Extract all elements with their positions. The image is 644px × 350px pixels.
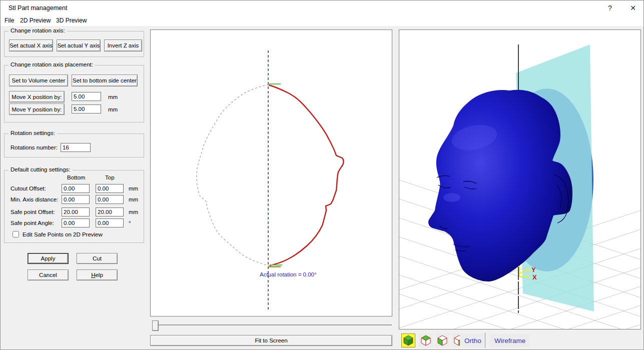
- cutout-offset-bottom-input[interactable]: [62, 184, 90, 193]
- fit-to-screen-button[interactable]: Fit to Screen: [150, 335, 392, 346]
- set-to-bottom-side-center-button[interactable]: Set to bottom side center: [72, 74, 138, 86]
- column-header-top: Top: [105, 174, 115, 180]
- menu-file[interactable]: File: [2, 16, 17, 26]
- menu-3d-preview[interactable]: 3D Preview: [53, 16, 90, 26]
- group-rotation-axis-title: Change rotation axis:: [9, 28, 67, 34]
- help-button[interactable]: Help: [77, 270, 118, 280]
- safe-point-offset-bottom-input[interactable]: [62, 208, 90, 216]
- column-header-bottom: Bottom: [67, 174, 85, 180]
- safe-point-angle-unit: °: [129, 220, 131, 226]
- menu-2d-preview[interactable]: 2D Preview: [17, 16, 54, 26]
- group-axis-placement-title: Change rotation axis placement:: [9, 62, 95, 68]
- set-actual-y-axis-button[interactable]: Set actual Y axis: [57, 40, 101, 52]
- cut-button[interactable]: Cut: [77, 253, 118, 264]
- view-toolbar: Ortho Wireframe: [399, 330, 641, 350]
- safe-point-offset-unit: mm: [129, 209, 138, 215]
- move-y-value-input[interactable]: [72, 104, 101, 114]
- actual-rotation-text: Actual rotation = 0.00°: [260, 272, 317, 278]
- profile-back-curve: [197, 84, 269, 266]
- group-rotation-settings-title: Rotation settings:: [9, 130, 57, 136]
- move-y-unit-label: mm: [108, 106, 118, 112]
- edit-safe-points-checkbox[interactable]: [13, 231, 19, 238]
- cutout-offset-unit: mm: [129, 186, 138, 192]
- set-to-volume-center-button[interactable]: Set to Volume center: [9, 74, 68, 86]
- set-actual-x-axis-button[interactable]: Set actual X axis: [9, 40, 53, 52]
- group-rotation-settings: Rotation settings: Rotations number:: [4, 134, 144, 158]
- move-x-position-button[interactable]: Move X position by:: [9, 91, 65, 102]
- preview-3d-canvas[interactable]: Z Y X: [399, 30, 641, 330]
- move-x-unit-label: mm: [108, 94, 118, 100]
- help-label-initial: H: [91, 272, 95, 278]
- move-x-value-input[interactable]: [72, 92, 101, 101]
- window-title: Stl Part management: [9, 4, 67, 12]
- move-y-position-button[interactable]: Move Y position by:: [9, 104, 65, 115]
- profile-front-curve: [269, 85, 343, 266]
- scene-3d-drawing: Z Y X: [399, 30, 640, 329]
- safe-point-offset-top-input[interactable]: [96, 208, 124, 216]
- left-view-button[interactable]: [435, 334, 449, 348]
- cheek-highlight: [443, 193, 460, 202]
- group-cutting-settings-title: Default cutting settings:: [9, 166, 73, 172]
- safe-point-offset-label: Safe point Offset:: [11, 209, 55, 215]
- apply-button[interactable]: Apply: [28, 253, 69, 264]
- ortho-button[interactable]: Ortho: [460, 334, 486, 347]
- rotations-number-label: Rotations number:: [11, 144, 58, 150]
- iso-view-button[interactable]: [401, 334, 415, 348]
- rotation-slider-track[interactable]: [153, 324, 392, 326]
- preview-2d-canvas[interactable]: Actual rotation = 0.00°: [150, 30, 392, 316]
- group-rotation-axis: Change rotation axis: Set actual X axis …: [4, 31, 144, 57]
- group-axis-placement: Change rotation axis placement: Set to V…: [4, 65, 144, 122]
- rotations-number-input[interactable]: [61, 143, 91, 152]
- toolbar-separator: [485, 332, 485, 348]
- left-view-icon: [437, 335, 447, 346]
- cancel-button[interactable]: Cancel: [28, 270, 69, 280]
- y-axis-label: Y: [531, 266, 536, 274]
- help-caption-button[interactable]: ?: [600, 0, 620, 15]
- close-button[interactable]: ✕: [623, 0, 643, 15]
- safe-point-angle-top-input[interactable]: [96, 218, 124, 228]
- iso-view-icon: [403, 335, 413, 346]
- top-view-button[interactable]: [419, 334, 433, 348]
- group-cutting-settings: Default cutting settings: Bottom Top Cut…: [4, 170, 144, 243]
- top-view-icon: [421, 335, 431, 346]
- help-label-rest: elp: [95, 272, 103, 278]
- min-axis-distance-bottom-input[interactable]: [62, 195, 90, 204]
- min-axis-distance-top-input[interactable]: [96, 195, 124, 204]
- rotation-slider-handle[interactable]: [152, 320, 159, 331]
- title-bar: Stl Part management ? ✕: [1, 0, 643, 15]
- cutout-offset-label: Cutout Offset:: [11, 186, 46, 192]
- cutout-offset-top-input[interactable]: [96, 184, 124, 193]
- wireframe-button[interactable]: Wireframe: [490, 334, 530, 347]
- menu-bar: File 2D Preview 3D Preview: [1, 15, 643, 26]
- invert-z-axis-button[interactable]: Invert Z axis: [104, 40, 142, 52]
- min-axis-distance-unit: mm: [129, 196, 138, 202]
- safe-point-angle-bottom-input[interactable]: [62, 218, 90, 228]
- x-axis-label: X: [532, 274, 537, 281]
- min-axis-distance-label: Min. Axis distance:: [11, 196, 58, 202]
- safe-point-angle-label: Safe point Angle:: [11, 220, 54, 226]
- edit-safe-points-label: Edit Safe Points on 2D Preview: [23, 232, 103, 238]
